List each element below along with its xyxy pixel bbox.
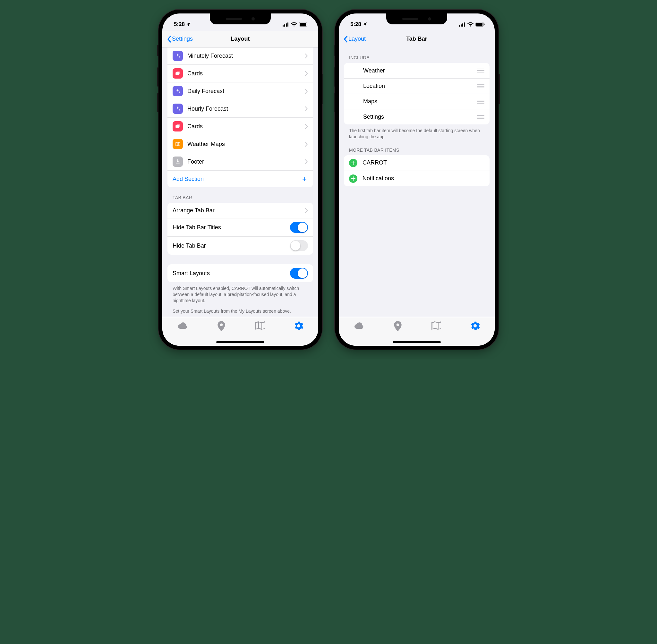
svg-rect-12 bbox=[461, 24, 462, 27]
cards-icon bbox=[173, 121, 183, 132]
svg-rect-14 bbox=[464, 22, 465, 27]
cards-icon bbox=[173, 68, 183, 78]
layout-row-maps[interactable]: Weather Maps bbox=[167, 135, 313, 153]
home-indicator[interactable] bbox=[216, 341, 264, 343]
row-label: Location bbox=[363, 83, 477, 90]
battery-icon bbox=[475, 22, 485, 27]
map-icon bbox=[173, 139, 183, 149]
gear-icon bbox=[470, 321, 480, 331]
add-section-button[interactable]: Add Section ＋ bbox=[167, 170, 313, 187]
download-icon bbox=[173, 157, 183, 167]
battery-icon bbox=[299, 22, 309, 27]
tab-weather[interactable] bbox=[177, 321, 188, 331]
chevron-left-icon bbox=[343, 36, 348, 43]
smart-layouts-footer-1: With Smart Layouts enabled, CARROT will … bbox=[162, 282, 318, 304]
tab-location[interactable] bbox=[217, 321, 226, 331]
page-title: Tab Bar bbox=[406, 36, 427, 42]
row-label: Hide Tab Bar bbox=[173, 243, 290, 249]
tab-settings[interactable] bbox=[470, 321, 480, 331]
tab-location[interactable] bbox=[393, 321, 402, 331]
hide-titles-toggle[interactable] bbox=[290, 222, 308, 233]
include-group: Weather Location Maps Settings bbox=[344, 63, 490, 124]
drag-handle-icon[interactable] bbox=[477, 115, 484, 119]
cell-signal-icon bbox=[282, 22, 289, 27]
sparkle-icon bbox=[173, 51, 183, 61]
back-button[interactable]: Layout bbox=[343, 36, 366, 43]
include-item-settings[interactable]: Settings bbox=[344, 109, 490, 124]
add-section-label: Add Section bbox=[173, 176, 301, 183]
layout-row-minutely[interactable]: Minutely Forecast bbox=[167, 47, 313, 65]
arrange-tab-bar[interactable]: Arrange Tab Bar bbox=[167, 203, 313, 218]
gear-icon bbox=[294, 321, 303, 331]
svg-rect-6 bbox=[308, 24, 308, 25]
svg-rect-0 bbox=[282, 25, 284, 27]
row-label: Cards bbox=[187, 70, 305, 77]
row-label: Weather bbox=[363, 67, 477, 74]
hide-tab-bar-toggle[interactable] bbox=[290, 240, 308, 251]
hide-tab-bar-titles: Hide Tab Bar Titles bbox=[167, 218, 313, 236]
more-item-carrot[interactable]: CARROT bbox=[344, 155, 490, 170]
layout-row-daily[interactable]: Daily Forecast bbox=[167, 82, 313, 100]
smart-layouts-footer-2: Set your Smart Layouts from the My Layou… bbox=[162, 304, 318, 314]
tab-weather[interactable] bbox=[354, 321, 364, 331]
add-icon[interactable] bbox=[349, 159, 357, 167]
pin-icon bbox=[217, 321, 226, 331]
include-header: INCLUDE bbox=[339, 47, 495, 63]
tab-maps[interactable] bbox=[431, 321, 441, 330]
more-item-notifications[interactable]: Notifications bbox=[344, 170, 490, 186]
row-label: Notifications bbox=[363, 175, 484, 182]
include-item-weather[interactable]: Weather bbox=[344, 63, 490, 78]
row-label: Hide Tab Bar Titles bbox=[173, 224, 290, 231]
svg-rect-3 bbox=[288, 22, 288, 27]
page-title: Layout bbox=[231, 36, 250, 42]
tab-maps[interactable] bbox=[255, 321, 265, 330]
tab-bar-header: TAB BAR bbox=[162, 187, 318, 203]
hide-tab-bar: Hide Tab Bar bbox=[167, 236, 313, 255]
layout-row-cards-1[interactable]: Cards bbox=[167, 65, 313, 82]
cell-signal-icon bbox=[459, 22, 466, 27]
row-label: Weather Maps bbox=[187, 141, 305, 147]
layout-row-hourly[interactable]: Hourly Forecast bbox=[167, 100, 313, 117]
chevron-right-icon bbox=[305, 53, 308, 59]
svg-rect-8 bbox=[177, 71, 180, 74]
navbar: Layout Tab Bar bbox=[339, 31, 495, 47]
pin-icon bbox=[393, 321, 402, 331]
svg-rect-10 bbox=[177, 124, 180, 127]
drag-handle-icon[interactable] bbox=[477, 100, 484, 104]
tab-settings[interactable] bbox=[294, 321, 303, 331]
layout-row-footer[interactable]: Footer bbox=[167, 153, 313, 170]
more-header: MORE TAB BAR ITEMS bbox=[339, 140, 495, 155]
location-arrow-icon bbox=[362, 22, 367, 27]
svg-rect-17 bbox=[484, 24, 485, 25]
chevron-left-icon bbox=[167, 36, 171, 43]
add-icon[interactable] bbox=[349, 175, 357, 183]
status-time: 5:28 bbox=[350, 21, 361, 28]
sparkle-icon bbox=[173, 104, 183, 114]
chevron-right-icon bbox=[305, 124, 308, 129]
svg-rect-5 bbox=[300, 23, 306, 26]
back-button[interactable]: Settings bbox=[167, 36, 193, 43]
wifi-icon bbox=[468, 22, 474, 27]
include-item-location[interactable]: Location bbox=[344, 78, 490, 94]
layout-row-cards-2[interactable]: Cards bbox=[167, 117, 313, 135]
wifi-icon bbox=[291, 22, 297, 27]
drag-handle-icon[interactable] bbox=[477, 69, 484, 72]
chevron-right-icon bbox=[305, 71, 308, 76]
status-time: 5:28 bbox=[174, 21, 185, 28]
svg-rect-2 bbox=[286, 23, 287, 27]
notch bbox=[210, 14, 271, 24]
smart-layouts-toggle[interactable] bbox=[290, 268, 308, 279]
svg-rect-11 bbox=[459, 25, 460, 27]
cloud-icon bbox=[354, 321, 364, 331]
row-label: Smart Layouts bbox=[173, 270, 290, 277]
navbar: Settings Layout bbox=[162, 31, 318, 47]
chevron-right-icon bbox=[305, 107, 308, 111]
chevron-right-icon bbox=[305, 159, 308, 164]
drag-handle-icon[interactable] bbox=[477, 84, 484, 88]
chevron-right-icon bbox=[305, 142, 308, 146]
home-indicator[interactable] bbox=[393, 341, 441, 343]
chevron-right-icon bbox=[305, 89, 308, 94]
include-item-maps[interactable]: Maps bbox=[344, 94, 490, 109]
row-label: Arrange Tab Bar bbox=[173, 207, 305, 214]
phone-left: 5:28 Settings Layout bbox=[158, 9, 322, 350]
